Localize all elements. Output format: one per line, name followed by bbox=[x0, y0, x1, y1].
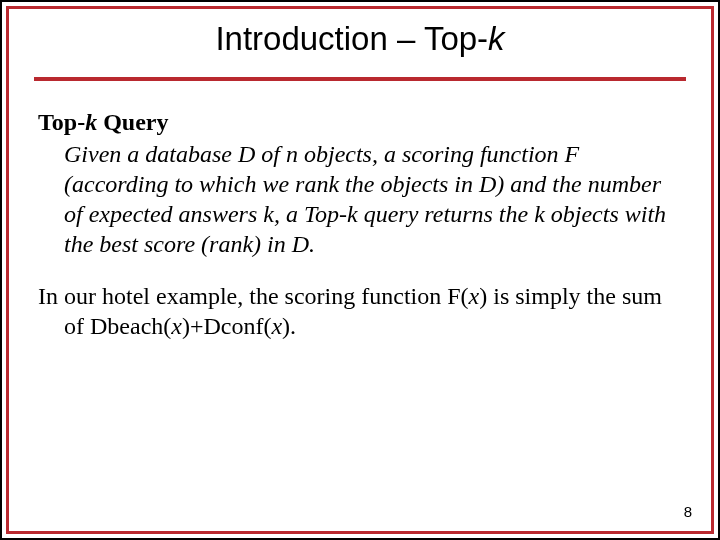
title-area: Introduction – Top-k bbox=[2, 20, 718, 58]
example-x1: x bbox=[469, 283, 480, 309]
slide-frame: Introduction – Top-k Top-k Query Given a… bbox=[0, 0, 720, 540]
example-x3: x bbox=[271, 313, 282, 339]
example-x2: x bbox=[171, 313, 182, 339]
title-underline bbox=[34, 77, 686, 81]
subhead-k: k bbox=[85, 109, 97, 135]
definition-paragraph: Given a database D of n objects, a scori… bbox=[64, 139, 670, 259]
title-text: Introduction – Top- bbox=[215, 20, 488, 57]
content-area: Top-k Query Given a database D of n obje… bbox=[38, 107, 670, 341]
subhead-post: Query bbox=[97, 109, 168, 135]
title-k: k bbox=[488, 20, 505, 57]
example-paragraph: In our hotel example, the scoring functi… bbox=[38, 281, 670, 341]
subheading: Top-k Query bbox=[38, 107, 670, 137]
slide-title: Introduction – Top-k bbox=[2, 20, 718, 58]
subhead-pre: Top- bbox=[38, 109, 85, 135]
example-pre: In our hotel example, the scoring functi… bbox=[38, 283, 469, 309]
example-end: ). bbox=[282, 313, 296, 339]
page-number: 8 bbox=[684, 503, 692, 520]
example-mid2: )+Dconf( bbox=[182, 313, 272, 339]
